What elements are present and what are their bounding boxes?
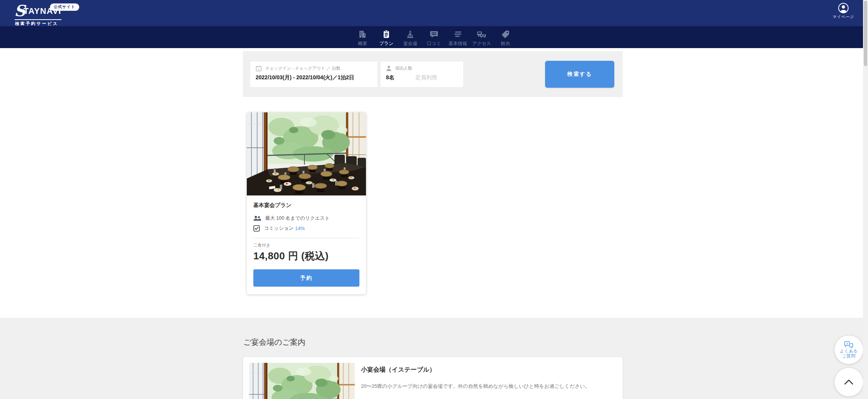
tab-label: 観光 — [501, 40, 510, 47]
search-button[interactable]: 検索する — [545, 61, 614, 88]
tag-icon — [501, 29, 510, 39]
banquet-section-heading: ご宴会場のご案内 — [243, 337, 305, 347]
tab-reviews[interactable]: 口コミ — [423, 28, 445, 47]
faq-label-line2: ご質問 — [842, 354, 856, 359]
page: 公式サイト STAYNAVI 検索予約サービス マイページ — [0, 0, 868, 399]
banquet-hall-title: 小宴会場（イステーブル） — [361, 366, 590, 374]
scrollbar[interactable] — [863, 0, 868, 399]
people-icon — [253, 215, 261, 221]
tab-label: プラン — [379, 40, 394, 47]
checkbox-icon — [253, 225, 260, 232]
review-bubble-icon — [429, 29, 439, 39]
feature-text: 最大 100 名までのリクエスト — [265, 215, 330, 222]
clipboard-icon — [382, 29, 391, 39]
tab-overview[interactable]: 概要 — [351, 28, 374, 47]
faq-label-line1: よくある — [840, 349, 858, 354]
divider — [253, 238, 359, 238]
question-bubbles-icon: ? — [844, 341, 853, 349]
scroll-to-top-button[interactable] — [835, 368, 863, 396]
header: 公式サイト STAYNAVI 検索予約サービス マイページ — [0, 0, 868, 26]
commission-rate: 14% — [295, 226, 305, 231]
mypage-button[interactable]: マイページ — [832, 3, 855, 20]
tab-basic-info[interactable]: 基本情報 — [447, 28, 469, 47]
date-range-field[interactable]: チェックイン - チェックアウト ／ 泊数 2022/10/03(月) - 20… — [250, 62, 377, 87]
staynavi-logo[interactable]: 公式サイト STAYNAVI 検索予約サービス — [14, 2, 80, 25]
guests-count: 8名 — [386, 74, 394, 81]
plan-features: 最大 100 名までのリクエスト コミッション 14% — [253, 215, 359, 232]
meal-plan-label: 二食付き — [253, 242, 359, 248]
tab-plan[interactable]: プラン — [375, 28, 397, 47]
tab-label: 宴会場 — [403, 40, 417, 47]
info-lines-icon — [453, 29, 462, 39]
calendar-icon — [256, 65, 262, 72]
plan-title: 基本宴会プラン — [253, 202, 359, 209]
building-icon — [358, 29, 367, 39]
feature-max-guests: 最大 100 名までのリクエスト — [253, 215, 359, 222]
logo-underline — [15, 19, 62, 20]
guests-field-label: 宿泊人数 — [395, 65, 412, 71]
faq-button[interactable]: ? よくある ご質問 — [835, 336, 863, 364]
user-circle-icon — [838, 3, 849, 13]
section-nav: 概要 プラン — [0, 26, 868, 48]
transit-car-icon — [477, 29, 487, 39]
guests-field[interactable]: 宿泊人数 8名 定員利用 — [381, 62, 463, 87]
plan-card[interactable]: 基本宴会プラン 最大 100 名までのリクエスト — [247, 112, 366, 294]
date-field-label: チェックイン - チェックアウト ／ 泊数 — [265, 65, 340, 71]
tab-banquet-hall[interactable]: 宴会場 — [399, 28, 421, 47]
banquet-hall-icon — [406, 29, 415, 39]
tab-label: 口コミ — [427, 40, 441, 47]
person-icon — [386, 65, 392, 72]
banquet-hall-card[interactable]: 小宴会場（イステーブル） 20〜25畳の小グループ向けの宴会場です。外の自然を眺… — [243, 357, 623, 399]
feature-commission: コミッション 14% — [253, 225, 359, 232]
tab-label: 基本情報 — [449, 40, 467, 47]
chevron-up-icon — [844, 379, 854, 385]
scrollbar-thumb[interactable] — [864, 1, 867, 66]
reserve-button[interactable]: 予約 — [253, 269, 359, 287]
tab-label: 概要 — [358, 40, 367, 47]
capacity-label: 定員利用 — [416, 74, 437, 81]
banquet-hall-description: 20〜25畳の小グループ向けの宴会場です。外の自然を眺めながら愉しいひと時をお過… — [361, 382, 590, 391]
plan-photo — [247, 112, 366, 195]
banquet-hall-text: 小宴会場（イステーブル） 20〜25畳の小グループ向けの宴会場です。外の自然を眺… — [361, 363, 590, 399]
feature-text: コミッション — [264, 225, 294, 232]
plan-card-body: 基本宴会プラン 最大 100 名までのリクエスト — [247, 195, 366, 294]
brand-wordmark: STAYNAVI — [14, 2, 61, 19]
date-field-value: 2022/10/03(月) - 2022/10/04(火)／1泊2日 — [256, 74, 372, 81]
search-bar: チェックイン - チェックアウト ／ 泊数 2022/10/03(月) - 20… — [243, 51, 623, 97]
logo-tagline: 検索予約サービス — [15, 21, 58, 27]
tab-access[interactable]: アクセス — [471, 28, 493, 47]
tab-label: アクセス — [472, 40, 491, 47]
tab-sightseeing[interactable]: 観光 — [494, 28, 517, 47]
plan-price: 14,800 円 (税込) — [253, 249, 359, 263]
svg-text:?: ? — [846, 342, 848, 346]
brand-rest: TAYNAVI — [23, 6, 61, 16]
banquet-hall-photo — [249, 363, 355, 399]
mypage-label: マイページ — [832, 14, 855, 20]
